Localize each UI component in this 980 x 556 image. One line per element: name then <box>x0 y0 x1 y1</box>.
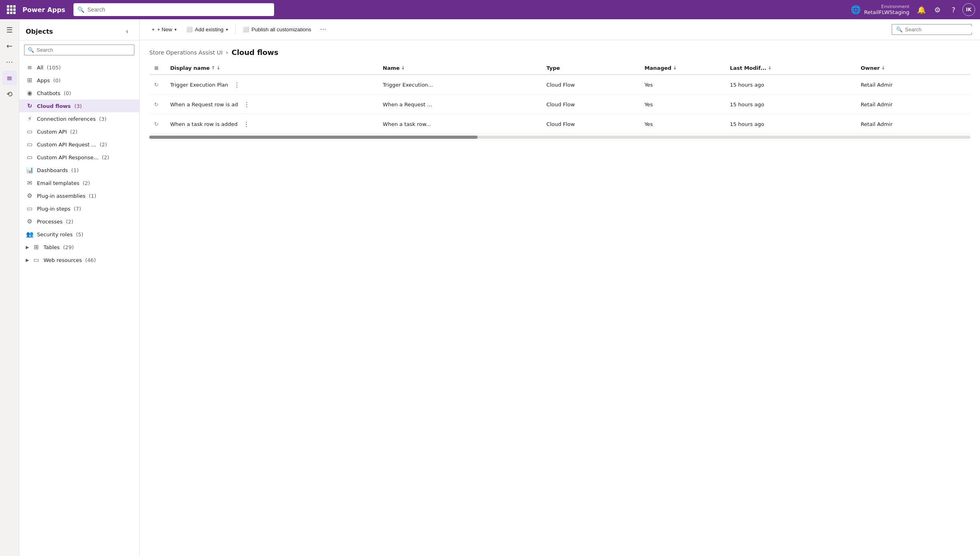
global-search-input[interactable] <box>87 6 270 13</box>
row-flow-icon-1: ↻ <box>154 101 159 108</box>
breadcrumb-current: Cloud flows <box>232 48 279 57</box>
col-managed-label: Managed <box>645 65 671 71</box>
cloud-flows-icon: ↻ <box>26 102 34 110</box>
breadcrumb: Store Operations Assist UI › Cloud flows <box>140 40 980 61</box>
cell-name-2: When a task row... <box>378 114 542 134</box>
rail-back-icon[interactable]: ← <box>2 39 17 53</box>
sidebar-item-all-label: All (105) <box>37 65 133 71</box>
col-header-display-name[interactable]: Display name ↑ ↓ <box>165 61 378 75</box>
table-row[interactable]: ↻ Trigger Execution Plan ⋮ Trigger Execu… <box>149 75 970 95</box>
table-row[interactable]: ↻ When a Request row is ad ⋮ When a Requ… <box>149 95 970 114</box>
tables-expand-icon: ▶ <box>26 245 29 250</box>
display-name-text-0: Trigger Execution Plan <box>170 82 228 88</box>
more-options-button[interactable]: ··· <box>317 23 329 36</box>
display-name-sort-asc-icon: ↑ <box>211 65 215 71</box>
cell-check-2[interactable]: ↻ <box>149 114 165 134</box>
sidebar-search-box[interactable]: 🔍 <box>24 45 134 55</box>
content-toolbar: + + New ▾ ⬜ Add existing ▾ ⬜ Publish all… <box>140 19 980 40</box>
sidebar-item-custom-api-request[interactable]: ▭ Custom API Request ... (2) <box>19 138 139 151</box>
owner-sort-icon: ↓ <box>881 65 885 71</box>
settings-button[interactable]: ⚙ <box>930 2 945 17</box>
breadcrumb-parent[interactable]: Store Operations Assist UI <box>149 49 223 56</box>
cell-display-name-2: When a task row is added ⋮ <box>165 114 378 134</box>
rail-dots-icon[interactable]: ⋯ <box>2 55 17 69</box>
rail-history-icon[interactable]: ⟲ <box>2 87 17 101</box>
sidebar-item-email-templates-label: Email templates (2) <box>37 180 133 186</box>
cloud-flows-table: ≡ Display name ↑ ↓ Name <box>149 61 970 141</box>
sidebar-item-connection-refs[interactable]: ⚡ Connection references (3) <box>19 112 139 125</box>
cell-managed-2: Yes <box>640 114 725 134</box>
row-flow-icon-0: ↻ <box>154 82 159 88</box>
col-header-name[interactable]: Name ↓ <box>378 61 542 75</box>
row-menu-button-1[interactable]: ⋮ <box>241 99 252 110</box>
row-menu-button-2[interactable]: ⋮ <box>241 118 252 130</box>
sidebar-item-all[interactable]: ≡ All (105) <box>19 61 139 74</box>
sidebar-item-apps[interactable]: ⊞ Apps (0) <box>19 74 139 87</box>
chatbots-icon: ◉ <box>26 89 34 97</box>
sidebar-item-tables[interactable]: ▶ ⊞ Tables (29) <box>19 241 139 254</box>
tables-icon: ⊞ <box>32 244 40 251</box>
new-button[interactable]: + + New ▾ <box>148 24 181 35</box>
sidebar-item-plugin-steps[interactable]: ▭ Plug-in steps (7) <box>19 202 139 215</box>
content-search-box[interactable]: 🔍 <box>892 24 972 35</box>
sidebar-item-email-templates[interactable]: ✉ Email templates (2) <box>19 177 139 189</box>
sidebar-item-connection-refs-label: Connection references (3) <box>37 116 133 122</box>
sidebar-search-input[interactable] <box>37 47 131 53</box>
table-row[interactable]: ↻ When a task row is added ⋮ When a task… <box>149 114 970 134</box>
col-header-owner[interactable]: Owner ↓ <box>856 61 970 75</box>
sidebar-item-chatbots[interactable]: ◉ Chatbots (0) <box>19 87 139 99</box>
sidebar-item-dashboards[interactable]: 📊 Dashboards (1) <box>19 164 139 177</box>
cell-owner-0: Retail Admir <box>856 75 970 95</box>
display-name-text-2: When a task row is added <box>170 121 238 127</box>
cell-type-2: Cloud Flow <box>541 114 640 134</box>
content-search-input[interactable] <box>905 26 972 32</box>
col-header-select[interactable]: ≡ <box>149 61 165 75</box>
sidebar-collapse-button[interactable]: ‹ <box>122 26 133 37</box>
sidebar-item-security-roles[interactable]: 👥 Security roles (5) <box>19 228 139 241</box>
cell-check-0[interactable]: ↻ <box>149 75 165 95</box>
sidebar-nav: ≡ All (105) ⊞ Apps (0) ◉ Chatbots (0) ↻ … <box>19 59 139 556</box>
col-lastmod-label: Last Modif... <box>730 65 767 71</box>
publish-button[interactable]: ⬜ Publish all customizations <box>239 24 315 35</box>
rail-objects-icon[interactable]: ≡ <box>2 71 17 85</box>
waffle-menu[interactable] <box>5 3 18 16</box>
sidebar-item-custom-api-response-label: Custom API Response... (2) <box>37 154 133 160</box>
col-owner-label: Owner <box>861 65 880 71</box>
col-header-last-modified[interactable]: Last Modif... ↓ <box>725 61 856 75</box>
table-wrap: ≡ Display name ↑ ↓ Name <box>140 61 980 556</box>
col-header-type[interactable]: Type <box>541 61 640 75</box>
cell-check-1[interactable]: ↻ <box>149 95 165 114</box>
icon-rail: ☰ ← ⋯ ≡ ⟲ <box>0 19 19 556</box>
row-menu-button-0[interactable]: ⋮ <box>232 79 243 90</box>
sidebar-item-plugin-assemblies[interactable]: ⚙ Plug-in assemblies (1) <box>19 189 139 202</box>
sidebar-item-custom-api-response[interactable]: ▭ Custom API Response... (2) <box>19 151 139 164</box>
cell-managed-0: Yes <box>640 75 725 95</box>
user-avatar[interactable]: IK <box>962 3 975 16</box>
environment-label: Environment <box>881 4 909 9</box>
col-header-managed[interactable]: Managed ↓ <box>640 61 725 75</box>
custom-api-request-icon: ▭ <box>26 141 34 148</box>
breadcrumb-separator: › <box>226 49 228 56</box>
sidebar-item-custom-api[interactable]: ▭ Custom API (2) <box>19 125 139 138</box>
help-button[interactable]: ? <box>946 2 961 17</box>
global-search-box[interactable]: 🔍 <box>73 3 274 16</box>
sidebar-item-tables-label: Tables (29) <box>43 244 133 250</box>
cell-type-1: Cloud Flow <box>541 95 640 114</box>
cell-display-name-1: When a Request row is ad ⋮ <box>165 95 378 114</box>
cell-type-0: Cloud Flow <box>541 75 640 95</box>
connection-refs-icon: ⚡ <box>26 115 34 122</box>
content-search-icon: 🔍 <box>896 26 903 32</box>
sidebar-search-wrap: 🔍 <box>19 41 139 59</box>
plugin-steps-icon: ▭ <box>26 205 34 212</box>
notifications-button[interactable]: 🔔 <box>914 2 929 17</box>
display-name-text-1: When a Request row is ad <box>170 101 238 108</box>
publish-label: Publish all customizations <box>252 26 311 32</box>
environment-selector[interactable]: 🌐 Environment RetailFLWStaging <box>851 4 909 15</box>
cell-name-1: When a Request ... <box>378 95 542 114</box>
sidebar-item-cloud-flows[interactable]: ↻ Cloud flows (3) <box>19 99 139 112</box>
add-existing-button[interactable]: ⬜ Add existing ▾ <box>182 24 232 35</box>
rail-menu-icon[interactable]: ☰ <box>2 22 17 37</box>
sidebar-item-processes[interactable]: ⚙ Processes (2) <box>19 215 139 228</box>
sidebar-item-web-resources[interactable]: ▶ ▭ Web resources (46) <box>19 254 139 266</box>
sidebar-item-custom-api-label: Custom API (2) <box>37 129 133 135</box>
